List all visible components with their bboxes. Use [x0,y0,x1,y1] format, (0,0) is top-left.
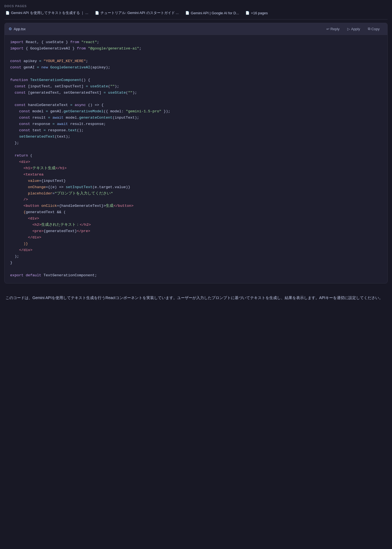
description-text: このコードは、Gemini APIを使用してテキスト生成を行うReactコンポー… [5,294,387,301]
reply-button[interactable]: ↩ Reply [323,26,343,32]
code-block-actions: ↩ Reply ▷ Apply ⧉ Copy [323,25,383,32]
copy-label: Copy [371,27,380,31]
code-line-24: {generatedText && ( [10,209,382,216]
reply-icon: ↩ [326,27,329,31]
code-line-33: export default TextGenerationComponent; [10,272,382,279]
code-line-1: import React, { useState } from "react"; [10,39,382,46]
docs-header: DOCS PAGES 📄 Gemini API を使用してテキストを生成する ｜… [4,4,388,16]
code-block-title: ⚙ App.tsx [9,27,26,31]
doc-icon-2: 📄 [95,11,99,15]
code-line-32: } [10,260,382,266]
code-line-7: const [generatedText, setGeneratedText] … [10,90,382,96]
doc-icon-1: 📄 [5,11,10,15]
description-section: このコードは、Gemini APIを使用してテキスト生成を行うReactコンポー… [4,289,388,304]
docs-tab-1[interactable]: 📄 Gemini API を使用してテキストを生成する ｜ ... [4,10,89,16]
code-line-31: ); [10,253,382,260]
code-content: import React, { useState } from "react";… [5,35,387,283]
docs-tabs: 📄 Gemini API を使用してテキストを生成する ｜ ... 📄 チュート… [4,10,388,16]
code-line-15: return ( [10,153,382,159]
apply-label: Apply [351,27,360,31]
copy-button[interactable]: ⧉ Copy [364,25,383,32]
code-line-blank-1 [10,52,382,58]
code-line-27: <pre>{generatedText}</pre> [10,228,382,235]
gear-icon: ⚙ [9,27,12,31]
separator [4,19,388,19]
docs-tab-text-2: チュートリアル: Gemini API のスタートガイド ... [100,10,179,15]
docs-tab-text-1: Gemini API を使用してテキストを生成する ｜ ... [11,10,88,15]
doc-icon-3: 📄 [185,11,189,15]
code-line-10: const result = await model.generateConte… [10,115,382,121]
code-line-4: const genAI = new GoogleGenerativeAI(api… [10,65,382,71]
code-line-29: )} [10,241,382,247]
code-line-25: <div> [10,216,382,222]
copy-icon: ⧉ [368,27,370,31]
code-line-blank-2 [10,71,382,77]
code-line-blank-3 [10,96,382,102]
code-line-blank-4 [10,146,382,153]
code-line-2: import { GoogleGenerativeAI } from "@goo… [10,46,382,52]
main-container: DOCS PAGES 📄 Gemini API を使用してテキストを生成する ｜… [0,0,392,549]
code-line-11: const response = await result.response; [10,121,382,127]
docs-tab-3[interactable]: 📄 Gemini API | Google AI for D... [184,10,240,16]
code-line-13: setGeneratedText(text); [10,134,382,140]
docs-tab-text-3: Gemini API | Google AI for D... [191,11,239,15]
code-line-28: </div> [10,235,382,241]
code-line-9: const model = genAI.getGenerativeModel({… [10,108,382,115]
code-line-14: }; [10,140,382,146]
apply-icon: ▷ [347,27,350,31]
code-line-3: const apikey = "YOUR_API_KEY_HERE"; [10,58,382,65]
docs-tab-2[interactable]: 📄 チュートリアル: Gemini API のスタートガイド ... [94,10,180,16]
code-line-19: value={inputText} [10,178,382,184]
code-line-5: function TextGenerationComponent() { [10,77,382,83]
code-line-12: const text = response.text(); [10,127,382,134]
code-line-6: const [inputText, setInputText] = useSta… [10,83,382,90]
reply-label: Reply [331,27,340,31]
file-name: App.tsx [14,27,26,31]
docs-label: DOCS PAGES [4,4,388,8]
code-line-30: </div> [10,247,382,253]
code-line-21: placeholder="プロンプトを入力してください" [10,191,382,197]
apply-button[interactable]: ▷ Apply [343,26,364,32]
code-line-22: /> [10,197,382,203]
code-line-26: <h2>生成されたテキスト：</h2> [10,222,382,228]
code-block-wrapper: ⚙ App.tsx ↩ Reply ▷ Apply ⧉ Copy i [4,23,388,283]
docs-tab-text-4: +16 pages [251,11,268,15]
code-block-header: ⚙ App.tsx ↩ Reply ▷ Apply ⧉ Copy [5,23,387,35]
code-line-23: <button onClick={handleGenerateText}>生成<… [10,203,382,209]
code-line-17: <h1>テキスト生成</h1> [10,165,382,172]
code-line-16: <div> [10,159,382,165]
doc-icon-4: 📄 [245,11,250,15]
code-line-8: const handleGenerateText = async () => { [10,102,382,108]
code-line-blank-5 [10,266,382,272]
code-line-18: <textarea [10,172,382,178]
docs-tab-4[interactable]: 📄 +16 pages [244,10,269,16]
code-line-20: onChange={(e) => setInputText(e.target.v… [10,184,382,191]
